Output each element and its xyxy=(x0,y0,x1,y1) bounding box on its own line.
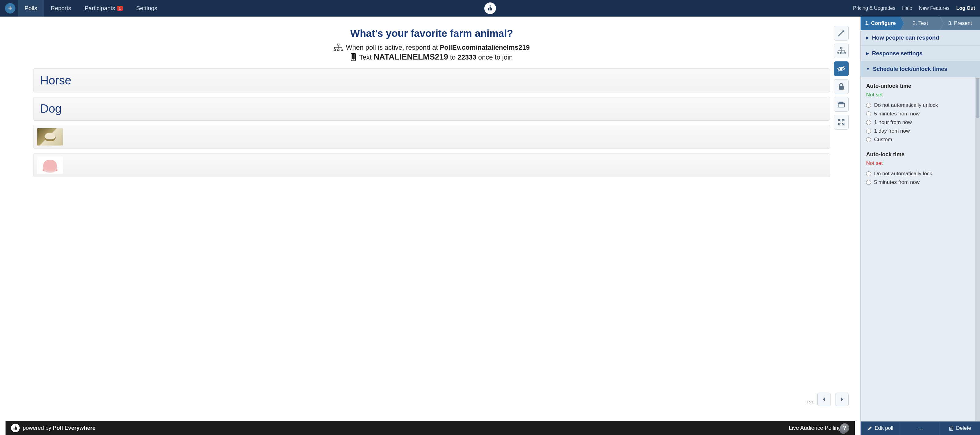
auto-unlock-option[interactable]: 1 day from now xyxy=(866,128,974,134)
auto-unlock-option[interactable]: 1 hour from now xyxy=(866,120,974,126)
auto-unlock-status: Not set xyxy=(866,92,974,98)
svg-rect-2 xyxy=(491,8,492,10)
prev-poll-button[interactable] xyxy=(817,393,831,406)
svg-rect-5 xyxy=(334,49,336,51)
footer-right-text: Live Audience Polling xyxy=(789,425,841,431)
delete-poll-button[interactable]: Delete xyxy=(940,422,980,435)
radio-input[interactable] xyxy=(866,180,871,185)
svg-rect-19 xyxy=(838,103,844,104)
radio-input[interactable] xyxy=(866,137,871,142)
footer-logo-icon xyxy=(11,424,20,432)
svg-point-24 xyxy=(15,425,16,426)
svg-rect-9 xyxy=(352,54,355,59)
auto-lock-option[interactable]: Do not automatically lock xyxy=(866,170,974,177)
auto-lock-option[interactable]: 5 minutes from now xyxy=(866,179,974,185)
next-poll-button[interactable] xyxy=(835,393,849,406)
svg-rect-13 xyxy=(840,53,842,54)
brand-logo[interactable] xyxy=(484,2,496,14)
svg-rect-12 xyxy=(837,53,839,54)
caret-right-icon: ▶ xyxy=(866,51,869,56)
radio-input[interactable] xyxy=(866,120,871,125)
svg-rect-4 xyxy=(337,44,339,45)
svg-rect-0 xyxy=(488,8,489,10)
fullscreen-button[interactable] xyxy=(834,115,849,129)
poll-footer: powered by Poll Everywhere Live Audience… xyxy=(6,421,855,435)
auto-lock-title: Auto-lock time xyxy=(866,151,974,158)
hide-results-button[interactable] xyxy=(834,61,849,76)
top-nav: + PollsReportsParticipants1Settings Pric… xyxy=(0,0,980,17)
svg-point-3 xyxy=(490,6,491,7)
step-2[interactable]: 2. Test xyxy=(900,17,940,30)
radio-input[interactable] xyxy=(866,103,871,108)
network-icon xyxy=(334,44,343,52)
caret-right-icon: ▶ xyxy=(866,36,869,40)
accordion-response-settings[interactable]: ▶Response settings xyxy=(861,46,980,61)
sheep-thumbnail xyxy=(37,128,63,145)
svg-rect-23 xyxy=(16,427,17,429)
svg-rect-6 xyxy=(337,49,339,51)
svg-rect-7 xyxy=(341,49,343,51)
auto-unlock-option[interactable]: 5 minutes from now xyxy=(866,111,974,117)
accordion-body: Auto-unlock timeNot setDo not automatica… xyxy=(861,77,980,421)
total-label: Tota xyxy=(807,400,814,404)
toolbar xyxy=(834,26,849,129)
auto-unlock-option[interactable]: Do not automatically unlock xyxy=(866,102,974,108)
radio-input[interactable] xyxy=(866,112,871,116)
poll-canvas: What's your favorite farm animal? When p… xyxy=(6,22,855,435)
poll-option-image[interactable] xyxy=(33,153,830,177)
edit-poll-button[interactable]: Edit poll xyxy=(861,422,900,435)
lock-button[interactable] xyxy=(834,79,849,94)
poll-option-image[interactable] xyxy=(33,125,830,149)
auto-unlock-title: Auto-unlock time xyxy=(866,83,974,89)
svg-rect-21 xyxy=(13,428,14,430)
add-poll-button[interactable]: + xyxy=(5,3,15,13)
more-actions-button[interactable]: . . . xyxy=(900,422,940,435)
nav-item-reports[interactable]: Reports xyxy=(44,0,78,17)
auto-lock-status: Not set xyxy=(866,160,974,166)
visual-settings-button[interactable] xyxy=(834,26,849,40)
poll-option[interactable]: Horse xyxy=(33,69,830,92)
nav-item-participants[interactable]: Participants1 xyxy=(78,0,129,17)
phone-icon xyxy=(350,53,356,61)
help-bubble-icon[interactable]: ? xyxy=(840,423,849,433)
svg-rect-14 xyxy=(844,53,846,54)
nav-link-help[interactable]: Help xyxy=(902,6,912,11)
pig-thumbnail xyxy=(37,156,63,174)
step-3[interactable]: 3. Present xyxy=(940,17,980,30)
poll-title: What's your favorite farm animal? xyxy=(33,28,830,39)
svg-point-10 xyxy=(353,59,354,60)
nav-item-settings[interactable]: Settings xyxy=(129,0,164,17)
radio-input[interactable] xyxy=(866,171,871,176)
nav-link-pricing-upgrades[interactable]: Pricing & Upgrades xyxy=(853,6,895,11)
nav-link-new-features[interactable]: New Features xyxy=(919,6,950,11)
svg-rect-17 xyxy=(839,86,844,90)
poll-option[interactable]: Dog xyxy=(33,97,830,121)
radio-input[interactable] xyxy=(866,129,871,134)
sidebar: 1. Configure2. Test3. Present ▶How peopl… xyxy=(860,17,980,435)
svg-rect-1 xyxy=(490,7,491,10)
auto-unlock-option[interactable]: Custom xyxy=(866,137,974,143)
nav-item-polls[interactable]: Polls xyxy=(18,0,44,17)
caret-down-icon: ▼ xyxy=(866,67,870,71)
svg-rect-22 xyxy=(15,427,16,430)
nav-badge: 1 xyxy=(117,6,123,11)
show-instructions-button[interactable] xyxy=(834,44,849,58)
nav-link-log-out[interactable]: Log Out xyxy=(956,6,975,11)
svg-rect-20 xyxy=(839,102,843,103)
accordion-schedule-lock-unlock-times[interactable]: ▼Schedule lock/unlock times xyxy=(861,61,980,77)
accordion-how-people-can-respond[interactable]: ▶How people can respond xyxy=(861,30,980,45)
svg-rect-11 xyxy=(840,47,842,49)
scrollbar[interactable] xyxy=(975,77,980,421)
clear-results-button[interactable] xyxy=(834,97,849,112)
step-1[interactable]: 1. Configure xyxy=(861,17,900,30)
poll-instructions: When poll is active, respond at PollEv.c… xyxy=(33,44,830,62)
